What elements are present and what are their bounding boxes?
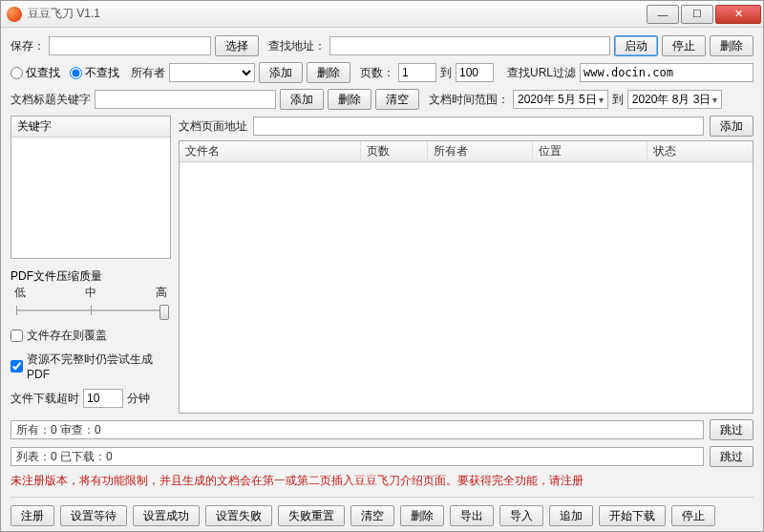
separator [11,497,753,498]
quality-high: 高 [156,285,167,301]
pdf-quality-label: PDF文件压缩质量 [11,268,171,285]
register-button[interactable]: 注册 [11,505,54,526]
kw-clear-button[interactable]: 清空 [375,89,419,110]
try-gen-label: 资源不完整时仍尝试生成PDF [27,351,171,381]
col-owner[interactable]: 所有者 [428,141,533,161]
url-filter-input[interactable] [580,63,753,82]
time-range-label: 文档时间范围： [429,92,509,108]
import-button[interactable]: 导入 [499,505,543,526]
set-fail-button[interactable]: 设置失败 [205,505,272,526]
append-button[interactable]: 追加 [549,505,593,526]
overwrite-row[interactable]: 文件存在则覆盖 [11,328,171,344]
stop2-button[interactable]: 停止 [671,505,715,526]
keyword-list-header: 关键字 [11,117,170,138]
set-wait-button[interactable]: 设置等待 [60,505,127,526]
owner-add-button[interactable]: 添加 [259,62,303,83]
no-search-radio[interactable] [70,67,82,79]
find-addr-input[interactable] [329,36,610,55]
set-success-button[interactable]: 设置成功 [133,505,200,526]
date-to-field[interactable]: 2020年 8月 3日 ▾ [627,90,723,109]
start-button[interactable]: 启动 [614,35,658,56]
page-addr-label: 文档页面地址 [179,118,247,135]
bottom-toolbar: 注册 设置等待 设置成功 设置失败 失败重置 清空 删除 导出 导入 追加 开始… [11,505,753,526]
overwrite-checkbox[interactable] [11,330,23,342]
no-search-radio-label[interactable]: 不查找 [70,65,119,81]
save-path-input[interactable] [49,36,211,55]
col-filename[interactable]: 文件名 [180,141,361,161]
row-search-opts: 仅查找 不查找 所有者 添加 删除 页数： 到 查找URL过滤 [11,62,753,83]
page-from-input[interactable] [398,63,436,82]
file-table[interactable]: 文件名 页数 所有者 位置 状态 [179,140,753,414]
kw-del-button[interactable]: 删除 [328,89,371,110]
pages-to-label: 到 [440,65,452,81]
quality-slider[interactable] [11,301,171,320]
export-button[interactable]: 导出 [450,505,494,526]
row-title-kw: 文档标题关键字 添加 删除 清空 文档时间范围： 2020年 5月 5日 ▾ 到… [11,89,753,110]
try-gen-row[interactable]: 资源不完整时仍尝试生成PDF [11,351,171,381]
only-search-radio-label[interactable]: 仅查找 [11,65,60,81]
start-download-button[interactable]: 开始下载 [599,505,666,526]
col-status[interactable]: 状态 [647,141,753,161]
kw-add-button[interactable]: 添加 [280,89,324,110]
find-addr-label: 查找地址： [268,38,326,54]
status-list: 列表：0 已下载：0 [11,447,704,466]
col-location[interactable]: 位置 [533,141,647,161]
titlebar: 豆豆飞刀 V1.1 — ☐ ✕ [1,1,763,28]
row-save: 保存： 选择 查找地址： 启动 停止 删除 [11,35,753,56]
pdf-quality-group: PDF文件压缩质量 低 中 高 [11,268,171,320]
chevron-down-icon: ▾ [599,95,604,105]
timeout-unit: 分钟 [127,391,150,407]
timeout-row: 文件下载超时 分钟 [11,389,171,408]
skip-button-2[interactable]: 跳过 [710,446,753,467]
quality-low: 低 [14,285,26,301]
delete-button[interactable]: 删除 [710,35,753,56]
maximize-button[interactable]: ☐ [681,5,713,24]
overwrite-label: 文件存在则覆盖 [27,328,107,344]
register-notice: 未注册版本，将有功能限制，并且生成的文档会在第一或第二页插入豆豆飞刀介绍页面。要… [11,473,753,489]
fail-reset-button[interactable]: 失败重置 [278,505,345,526]
owner-select[interactable] [169,63,255,82]
clear-button[interactable]: 清空 [350,505,394,526]
select-button[interactable]: 选择 [215,35,259,56]
stop-button[interactable]: 停止 [662,35,706,56]
pages-label: 页数： [360,65,394,81]
only-search-radio[interactable] [11,67,23,79]
date-from-field[interactable]: 2020年 5月 5日 ▾ [513,90,608,109]
chevron-down-icon: ▾ [712,95,717,105]
col-pages[interactable]: 页数 [361,141,428,161]
delete2-button[interactable]: 删除 [400,505,444,526]
title-kw-input[interactable] [95,90,276,109]
page-addr-input[interactable] [253,117,704,136]
owner-label: 所有者 [131,65,165,81]
try-gen-checkbox[interactable] [11,360,23,372]
url-filter-label: 查找URL过滤 [507,65,576,81]
date-to-label: 到 [612,92,624,108]
page-addr-add-button[interactable]: 添加 [710,116,753,137]
timeout-input[interactable] [83,389,123,408]
window-title: 豆豆飞刀 V1.1 [28,6,100,22]
timeout-label: 文件下载超时 [11,391,79,407]
page-to-input[interactable] [456,63,494,82]
keyword-list[interactable]: 关键字 [11,116,171,259]
close-button[interactable]: ✕ [715,5,761,24]
title-kw-label: 文档标题关键字 [11,92,91,108]
owner-del-button[interactable]: 删除 [307,62,350,83]
quality-mid: 中 [85,285,96,301]
file-table-header: 文件名 页数 所有者 位置 状态 [180,141,753,162]
minimize-button[interactable]: — [647,5,679,24]
date-from-value: 2020年 5月 5日 [518,92,597,108]
app-icon [7,7,22,22]
skip-button-1[interactable]: 跳过 [710,419,753,440]
status-all: 所有：0 审查：0 [11,420,704,439]
save-label: 保存： [11,38,45,54]
date-to-value: 2020年 8月 3日 [632,92,711,108]
